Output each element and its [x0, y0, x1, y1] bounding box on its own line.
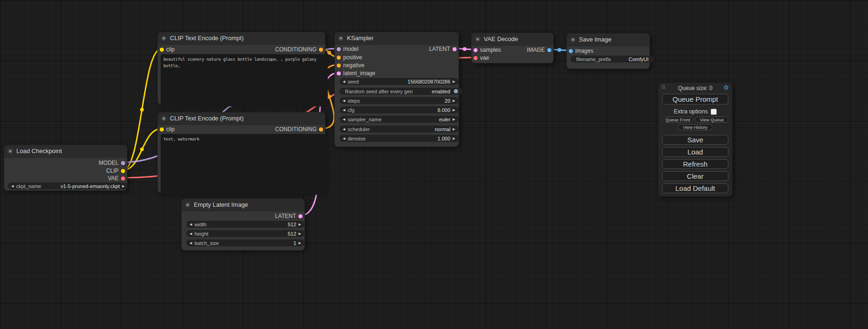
batch-size-widget[interactable]: ◀ batch_size 1 ▶	[186, 239, 304, 246]
queue-menu-panel: ⠿ Queue size: 0 ⚙ Queue Prompt Extra opt…	[658, 82, 733, 197]
decrement-arrow-icon[interactable]: ◀	[10, 182, 14, 189]
node-collapse-dot[interactable]	[162, 36, 166, 41]
negative-input-dot[interactable]	[337, 63, 341, 68]
ckpt-name-widget[interactable]: ◀ ckpt_name v1-5-pruned-emaonly.ckpt ▶	[8, 182, 128, 189]
input-slot-clip: clip	[158, 46, 175, 53]
scheduler-widget[interactable]: ◀ scheduler normal ▶	[339, 126, 459, 133]
decrement-arrow-icon[interactable]: ◀	[342, 97, 346, 104]
node-title-bar[interactable]: VAE Decode	[472, 33, 553, 46]
increment-arrow-icon[interactable]: ▶	[298, 239, 302, 246]
increment-arrow-icon[interactable]: ▶	[452, 78, 456, 85]
wire-midpoint-dot	[140, 108, 144, 112]
decrement-arrow-icon[interactable]: ◀	[342, 116, 346, 123]
increment-arrow-icon[interactable]: ▶	[121, 182, 126, 189]
extra-options-checkbox[interactable]	[711, 109, 717, 115]
ksampler-node[interactable]: KSampler model positive negative latent_…	[334, 32, 459, 147]
input-slot-positive: positive	[335, 54, 362, 61]
increment-arrow-icon[interactable]: ▶	[452, 135, 456, 142]
increment-arrow-icon[interactable]: ▶	[452, 97, 456, 104]
increment-arrow-icon[interactable]: ▶	[298, 221, 302, 228]
denoise-widget[interactable]: ◀ denoise 1.000 ▶	[339, 135, 459, 142]
node-title-bar[interactable]: CLIP Text Encode (Prompt)	[158, 112, 325, 125]
filename-prefix-widget[interactable]: filename_prefix ComfyUI	[571, 56, 654, 63]
height-widget[interactable]: ◀ height 512 ▶	[186, 230, 304, 237]
increment-arrow-icon[interactable]: ▶	[452, 116, 456, 123]
decrement-arrow-icon[interactable]: ◀	[189, 221, 193, 228]
node-collapse-dot[interactable]	[571, 37, 575, 42]
clip-input-dot[interactable]	[160, 127, 164, 132]
load-default-button[interactable]: Load Default	[662, 183, 728, 193]
conditioning-output-dot[interactable]	[319, 127, 323, 132]
latent-output-dot[interactable]	[298, 214, 303, 218]
seed-widget[interactable]: ◀ seed 156680208700286 ▶	[339, 78, 459, 85]
decrement-arrow-icon[interactable]: ◀	[342, 78, 346, 85]
sampler-name-widget[interactable]: ◀ sampler_name euler ▶	[339, 116, 459, 123]
output-slot-conditioning: CONDITIONING	[275, 46, 325, 53]
save-image-node[interactable]: Save Image images filename_prefix ComfyU…	[566, 33, 650, 69]
clip-input-dot[interactable]	[160, 48, 164, 52]
node-collapse-dot[interactable]	[475, 37, 480, 42]
comfyui-canvas[interactable]: { "colors": { "model": "#B39DDB", "clip"…	[0, 0, 868, 329]
random-seed-toggle-widget[interactable]: Random seed after every gen enabled	[339, 88, 462, 95]
increment-arrow-icon[interactable]: ▶	[452, 126, 456, 133]
vae-output-dot[interactable]	[121, 176, 125, 181]
clip-output-dot[interactable]	[121, 169, 125, 173]
node-collapse-dot[interactable]	[339, 36, 343, 41]
negative-prompt-textarea[interactable]: text, watermark	[161, 134, 328, 195]
node-title-bar[interactable]: KSampler	[335, 32, 459, 45]
cfg-widget[interactable]: ◀ cfg 8.000 ▶	[339, 106, 459, 113]
save-button[interactable]: Save	[662, 135, 728, 145]
decrement-arrow-icon[interactable]: ◀	[342, 135, 346, 142]
samples-input-dot[interactable]	[473, 48, 478, 52]
queue-prompt-button[interactable]: Queue Prompt	[662, 94, 728, 105]
steps-widget[interactable]: ◀ steps 20 ▶	[339, 97, 459, 104]
image-output-dot[interactable]	[547, 48, 551, 52]
node-title: CLIP Text Encode (Prompt)	[170, 35, 244, 42]
node-title-bar[interactable]: CLIP Text Encode (Prompt)	[158, 32, 325, 45]
node-title: Empty Latent Image	[194, 201, 248, 208]
refresh-button[interactable]: Refresh	[662, 159, 728, 169]
decrement-arrow-icon[interactable]: ◀	[189, 239, 193, 246]
images-input-dot[interactable]	[569, 49, 573, 53]
menu-header: ⠿ Queue size: 0 ⚙	[658, 83, 732, 92]
latent-output-dot[interactable]	[452, 47, 457, 51]
node-title-bar[interactable]: Save Image	[567, 34, 649, 46]
vae-decode-node[interactable]: VAE Decode samples vae IMAGE	[471, 33, 554, 63]
increment-arrow-icon[interactable]: ▶	[298, 230, 302, 237]
toggle-knob-icon[interactable]	[454, 89, 458, 93]
width-widget[interactable]: ◀ width 512 ▶	[186, 221, 304, 228]
slot-label: LATENT	[275, 213, 296, 219]
conditioning-output-dot[interactable]	[319, 48, 323, 52]
node-collapse-dot[interactable]	[8, 149, 13, 154]
decrement-arrow-icon[interactable]: ◀	[342, 126, 346, 133]
load-button[interactable]: Load	[662, 147, 728, 157]
output-slot-conditioning: CONDITIONING	[275, 126, 325, 133]
clip-text-encode-negative-node[interactable]: CLIP Text Encode (Prompt) clip CONDITION…	[157, 112, 325, 193]
gear-icon[interactable]: ⚙	[723, 84, 729, 91]
node-title-bar[interactable]: Load Checkpoint	[4, 145, 127, 158]
empty-latent-image-node[interactable]: Empty Latent Image LATENT ◀ width 512 ▶ …	[181, 198, 305, 251]
node-collapse-dot[interactable]	[162, 116, 166, 121]
widget-label: scheduler	[346, 126, 370, 132]
slot-label: model	[343, 46, 359, 52]
node-collapse-dot[interactable]	[185, 203, 190, 207]
input-slot-clip: clip	[158, 126, 175, 133]
clip-text-encode-positive-node[interactable]: CLIP Text Encode (Prompt) clip CONDITION…	[157, 32, 325, 105]
load-checkpoint-node[interactable]: Load Checkpoint MODEL CLIP VAE ◀ ckpt_na…	[4, 145, 127, 191]
extra-options-row: Extra options	[658, 108, 732, 115]
positive-input-dot[interactable]	[337, 56, 341, 60]
model-output-dot[interactable]	[121, 161, 125, 165]
view-history-button[interactable]: View History	[678, 124, 713, 130]
clear-button[interactable]: Clear	[662, 171, 728, 181]
positive-prompt-textarea[interactable]: beautiful scenery nature glass bottle la…	[161, 54, 328, 106]
increment-arrow-icon[interactable]: ▶	[452, 106, 456, 113]
queue-front-button[interactable]: Queue Front	[662, 117, 693, 123]
decrement-arrow-icon[interactable]: ◀	[189, 230, 193, 237]
view-queue-button[interactable]: View Queue	[695, 117, 728, 123]
node-title-bar[interactable]: Empty Latent Image	[182, 199, 304, 211]
wire-midpoint-dot	[557, 48, 561, 52]
model-input-dot[interactable]	[337, 47, 341, 51]
decrement-arrow-icon[interactable]: ◀	[342, 106, 346, 113]
vae-input-dot[interactable]	[473, 56, 478, 60]
latent-image-input-dot[interactable]	[337, 71, 341, 76]
